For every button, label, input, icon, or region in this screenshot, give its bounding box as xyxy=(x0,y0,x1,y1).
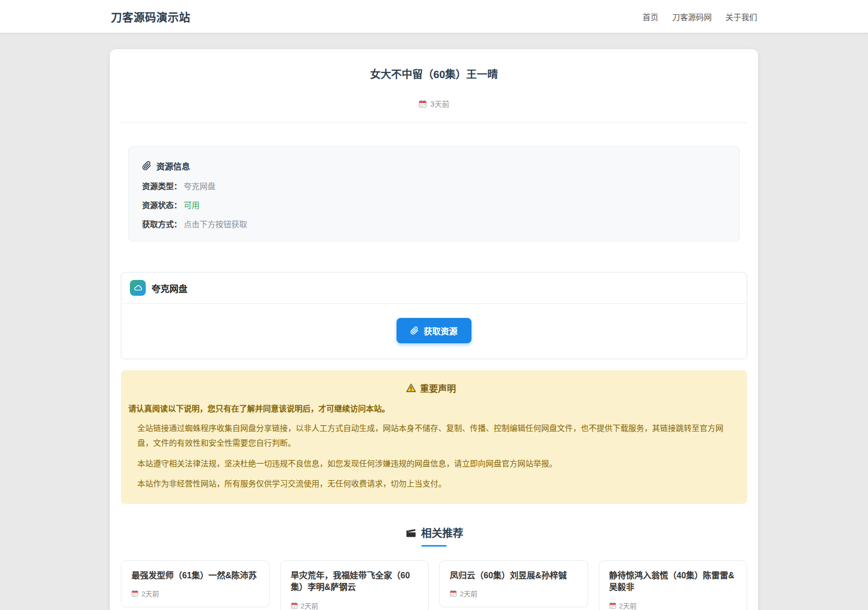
resource-row-type: 资源类型：夸克网盘 xyxy=(142,180,726,191)
related-card-date: 2天前 xyxy=(301,600,318,610)
cloud-icon xyxy=(134,284,143,293)
calendar-icon xyxy=(419,100,427,108)
article-card: 女大不中留（60集）王一晴 3天前 资源信息 资源类型：夸克网盘 资源状态：可用… xyxy=(110,49,758,610)
nav-item-home[interactable]: 首页 xyxy=(643,11,658,22)
site-header: 刀客源码演示站 首页 刀客源码网 关于我们 xyxy=(0,0,868,33)
calendar-icon xyxy=(131,590,138,597)
page-title: 女大不中留（60集）王一晴 xyxy=(121,63,747,81)
site-title[interactable]: 刀客源码演示站 xyxy=(111,8,191,24)
paperclip-icon xyxy=(142,161,152,171)
related-card[interactable]: 最强发型师（61集）一然&陈沛苏 2天前 xyxy=(121,560,270,607)
calendar-icon xyxy=(450,590,457,597)
notice-lead: 请认真阅读以下说明，您只有在了解并同意该说明后，才可继续访问本站。 xyxy=(128,402,733,415)
notice-title: 重要声明 xyxy=(420,381,456,395)
related-card[interactable]: 静待惊鸿入翁慌（40集）陈雷雷&吴毅非 2天前 xyxy=(599,560,748,610)
download-card: 夸克网盘 获取资源 xyxy=(121,272,747,359)
link-icon xyxy=(410,326,419,335)
related-card[interactable]: 凤归云（60集）刘昱展&孙梓铖 2天前 xyxy=(439,560,588,607)
status-badge: 可用 xyxy=(184,201,200,210)
notice-paragraph: 本站遵守相关法律法规，坚决杜绝一切违规不良信息，如您发现任何涉嫌违规的网盘信息，… xyxy=(128,456,733,471)
resource-row-method: 获取方式：点击下方按钮获取 xyxy=(142,218,726,229)
heading-underline xyxy=(421,545,447,547)
notice-paragraph: 全站链接通过蜘蛛程序收集自网盘分享链接，以非人工方式自动生成，网站本身不储存、复… xyxy=(128,421,733,451)
nav-item-about[interactable]: 关于我们 xyxy=(725,11,757,22)
post-meta: 3天前 xyxy=(121,98,747,123)
related-card-title: 凤归云（60集）刘昱展&孙梓铖 xyxy=(450,570,578,581)
main-nav: 首页 刀客源码网 关于我们 xyxy=(643,11,757,22)
related-card[interactable]: 旱灾荒年，我福娃带飞全家（60集）李明&萨钢云 2天前 xyxy=(280,560,429,610)
calendar-icon xyxy=(291,602,298,609)
warning-icon xyxy=(406,383,416,393)
important-notice: 重要声明 请认真阅读以下说明，您只有在了解并同意该说明后，才可继续访问本站。 全… xyxy=(121,370,747,504)
get-resource-button[interactable]: 获取资源 xyxy=(397,318,471,343)
resource-row-status: 资源状态：可用 xyxy=(142,199,726,210)
post-date: 3天前 xyxy=(430,98,449,109)
related-card-title: 最强发型师（61集）一然&陈沛苏 xyxy=(131,570,259,581)
resource-info-box: 资源信息 资源类型：夸克网盘 资源状态：可用 获取方式：点击下方按钮获取 xyxy=(128,146,740,241)
related-title: 相关推荐 xyxy=(421,525,464,540)
nav-item-daoke[interactable]: 刀客源码网 xyxy=(672,11,712,22)
related-card-title: 静待惊鸿入翁慌（40集）陈雷雷&吴毅非 xyxy=(609,570,737,594)
notice-paragraph: 本站作为非经营性网站，所有服务仅供学习交流使用，无任何收费请求，切勿上当支付。 xyxy=(128,476,733,491)
resource-info-title: 资源信息 xyxy=(156,159,190,172)
provider-name: 夸克网盘 xyxy=(152,281,187,295)
related-card-date: 2天前 xyxy=(460,588,477,598)
related-card-date: 2天前 xyxy=(619,600,637,610)
related-heading: 相关推荐 xyxy=(121,525,747,540)
clapperboard-icon xyxy=(405,527,417,539)
related-grid: 最强发型师（61集）一然&陈沛苏 2天前 旱灾荒年，我福娃带飞全家（60集）李明… xyxy=(121,560,747,610)
related-card-title: 旱灾荒年，我福娃带飞全家（60集）李明&萨钢云 xyxy=(291,570,419,594)
provider-header: 夸克网盘 xyxy=(121,273,747,304)
related-card-date: 2天前 xyxy=(141,588,159,598)
quark-cloud-badge xyxy=(130,280,146,296)
calendar-icon xyxy=(609,602,616,609)
